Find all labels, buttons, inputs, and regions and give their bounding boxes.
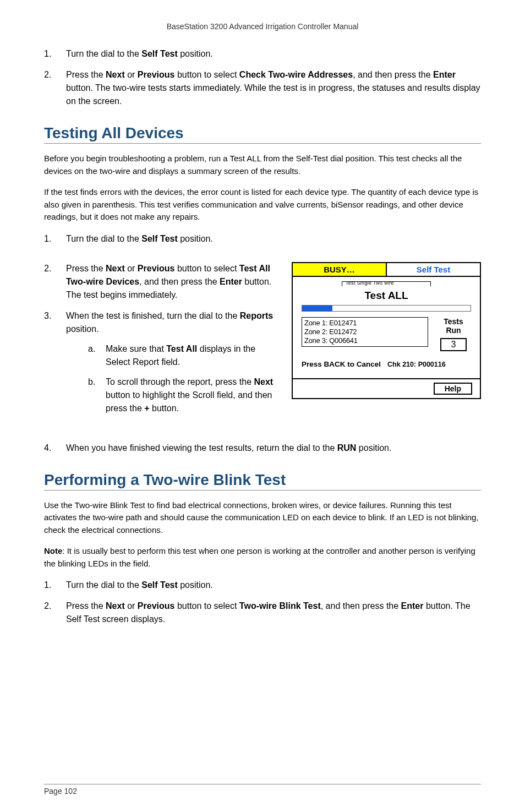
sub-letter: b. <box>88 375 106 415</box>
sub-letter: a. <box>88 342 106 369</box>
top-step-1: 1. Turn the dial to the Self Test positi… <box>44 47 481 61</box>
text: button. The two-wire tests starts immedi… <box>66 83 480 106</box>
text: To scroll through the report, press the <box>106 377 254 386</box>
page-header: BaseStation 3200 Advanced Irrigation Con… <box>44 22 481 31</box>
sec1-step-4: 4. When you have finished viewing the te… <box>44 442 481 455</box>
device-screenshot: BUSY… Self Test Test Single Two wire Tes… <box>292 262 481 399</box>
self-test-label: Self Test <box>141 49 178 58</box>
sec1-step-2: 2. Press the Next or Previous button to … <box>44 262 281 302</box>
progress-fill <box>302 306 332 311</box>
text: Turn the dial to the <box>66 234 141 243</box>
check-address-label: Check Two-wire Addresses <box>239 70 353 79</box>
zone-list: Zone 1: E012471 Zone 2: E012472 Zone 3: … <box>302 317 428 347</box>
help-button[interactable]: Help <box>434 383 472 395</box>
zone-row: Zone 3: Q006641 <box>304 336 425 345</box>
text: or <box>125 70 138 79</box>
sec2-step-1: 1. Turn the dial to the Self Test positi… <box>44 579 481 592</box>
step-content: Turn the dial to the Self Test position. <box>66 579 481 592</box>
text: Turn the dial to the <box>66 49 141 58</box>
next-label: Next <box>106 70 125 79</box>
enter-label: Enter <box>401 601 424 611</box>
text: button. <box>150 404 179 413</box>
step-content: Press the Next or Previous button to sel… <box>66 262 281 302</box>
plus-label: + <box>144 404 149 413</box>
previous-label: Previous <box>138 264 175 273</box>
step-number: 4. <box>44 442 66 455</box>
sec2-step-list: 1. Turn the dial to the Self Test positi… <box>44 579 481 626</box>
top-step-2: 2. Press the Next or Previous button to … <box>44 68 481 108</box>
tests-run-panel: Tests Run 3 <box>436 317 471 351</box>
hairline-box: Test Single Two wire <box>342 281 431 286</box>
tab-self-test: Self Test <box>387 263 480 277</box>
step-number: 3. <box>44 309 66 422</box>
sec1-para1: Before you begin troubleshooting a probl… <box>44 152 481 177</box>
text: , and then press the <box>353 70 433 79</box>
step-number: 2. <box>44 68 66 108</box>
text: Press the <box>66 70 106 79</box>
text: or <box>125 264 138 273</box>
text: button to select <box>174 264 239 273</box>
page-number: Page 102 <box>44 784 481 795</box>
step-content: When you have finished viewing the test … <box>66 442 481 455</box>
step-number: 1. <box>44 232 66 246</box>
previous-label: Previous <box>138 601 175 611</box>
run-label: Run <box>436 326 471 335</box>
text: button to select <box>174 70 239 79</box>
hairline-text: Test Single Two wire <box>346 281 394 286</box>
sec2-step-2: 2. Press the Next or Previous button to … <box>44 600 481 626</box>
top-step-list: 1. Turn the dial to the Self Test positi… <box>44 47 481 108</box>
sub-content: Make sure that Test All displays in the … <box>106 342 281 369</box>
testing-all-devices-heading: Testing All Devices <box>44 124 481 144</box>
text: Press the <box>66 264 106 273</box>
step-content: When the test is finished, turn the dial… <box>66 309 281 422</box>
text: position. <box>178 580 213 590</box>
step-content: Press the Next or Previous button to sel… <box>66 68 481 108</box>
next-label: Next <box>106 264 125 273</box>
zone-row: Zone 1: E012471 <box>304 319 425 328</box>
tab-busy: BUSY… <box>293 263 387 277</box>
run-label: RUN <box>337 443 357 453</box>
tests-label: Tests <box>436 317 471 326</box>
chk-text: Chk 210: P000116 <box>387 361 446 368</box>
step-number: 2. <box>44 600 66 626</box>
text: button to select <box>174 601 239 611</box>
sub-b: b. To scroll through the report, press t… <box>88 375 281 415</box>
text: position. <box>178 49 213 58</box>
sec1-step-list: 1. Turn the dial to the Self Test positi… <box>44 232 481 246</box>
device-bottom-bar: Help <box>293 378 480 398</box>
text: When the test is finished, turn the dial… <box>66 311 240 320</box>
next-label: Next <box>254 377 273 386</box>
test-all-label: Test All <box>166 344 197 353</box>
text: When you have finished viewing the test … <box>66 443 337 453</box>
text: position. <box>178 234 213 243</box>
step-number: 1. <box>44 579 66 592</box>
text: or <box>125 601 138 611</box>
step-content: Turn the dial to the Self Test position. <box>66 232 481 246</box>
step-content: Press the Next or Previous button to sel… <box>66 600 481 626</box>
sub-content: To scroll through the report, press the … <box>106 375 281 415</box>
text: Turn the dial to the <box>66 580 141 590</box>
sec1-para2: If the test finds errors with the device… <box>44 186 481 224</box>
blink-test-heading: Performing a Two-wire Blink Test <box>44 471 481 491</box>
sub-a: a. Make sure that Test All displays in t… <box>88 342 281 369</box>
text: position. <box>356 443 391 453</box>
text: , and then press the <box>321 601 401 611</box>
text: button to highlight the Scroll field, an… <box>106 390 272 413</box>
self-test-label: Self Test <box>141 580 178 590</box>
cancel-text: Press BACK to Cancel <box>302 360 381 368</box>
page-footer: Page 102 <box>44 784 481 795</box>
self-test-label: Self Test <box>141 234 178 243</box>
step-number: 2. <box>44 262 66 302</box>
zone-row: Zone 2: E012472 <box>304 328 425 336</box>
step-number: 1. <box>44 47 66 61</box>
text: Press the <box>66 601 106 611</box>
device-tabs: BUSY… Self Test <box>293 263 480 277</box>
text: position. <box>66 324 99 334</box>
previous-label: Previous <box>138 70 175 79</box>
sec2-note: Note: It is usually best to perform this… <box>44 545 481 570</box>
tests-run-count: 3 <box>440 338 467 351</box>
step-content: Turn the dial to the Self Test position. <box>66 47 481 61</box>
sub-list: a. Make sure that Test All displays in t… <box>88 342 281 415</box>
sec1-step-list-cont: 2. Press the Next or Previous button to … <box>44 262 281 422</box>
reports-label: Reports <box>240 311 273 320</box>
